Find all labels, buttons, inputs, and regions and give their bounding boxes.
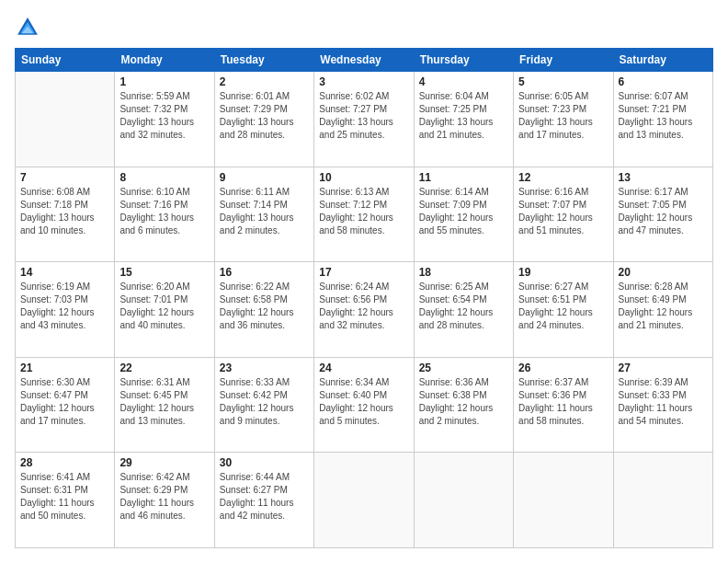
logo: [15, 15, 44, 40]
calendar-cell: 10Sunrise: 6:13 AMSunset: 7:12 PMDayligh…: [314, 167, 414, 262]
day-header-monday: Monday: [115, 49, 214, 72]
day-info: and 43 minutes.: [20, 319, 109, 332]
day-info: Sunrise: 6:34 AM: [319, 376, 408, 389]
day-number: 22: [119, 362, 209, 374]
day-header-friday: Friday: [514, 49, 613, 72]
day-info: Sunset: 7:12 PM: [319, 199, 408, 212]
day-info: Daylight: 12 hours: [119, 306, 209, 319]
day-info: Daylight: 13 hours: [119, 116, 209, 129]
day-info: and 25 minutes.: [319, 129, 408, 142]
day-info: Daylight: 13 hours: [419, 116, 508, 129]
day-number: 9: [220, 171, 309, 184]
calendar-cell: [514, 453, 613, 548]
day-info: Sunrise: 6:07 AM: [619, 90, 708, 103]
day-info: Sunrise: 6:13 AM: [319, 186, 408, 199]
day-info: Sunrise: 6:11 AM: [220, 186, 309, 199]
day-info: Daylight: 11 hours: [220, 497, 309, 510]
day-info: Sunset: 6:54 PM: [419, 293, 508, 306]
day-header-wednesday: Wednesday: [314, 49, 414, 72]
day-info: Daylight: 12 hours: [419, 306, 508, 319]
day-info: Sunset: 6:27 PM: [220, 484, 309, 497]
day-info: Sunrise: 6:05 AM: [518, 90, 608, 103]
day-info: Daylight: 13 hours: [119, 212, 209, 224]
day-info: Daylight: 13 hours: [20, 212, 109, 224]
day-header-thursday: Thursday: [414, 49, 513, 72]
day-info: Sunrise: 6:19 AM: [20, 281, 109, 293]
day-number: 6: [619, 75, 708, 88]
day-info: Daylight: 13 hours: [619, 116, 708, 129]
day-number: 20: [619, 266, 708, 279]
day-info: Sunrise: 6:37 AM: [518, 376, 608, 389]
calendar-cell: 19Sunrise: 6:27 AMSunset: 6:51 PMDayligh…: [514, 262, 613, 358]
day-info: and 32 minutes.: [319, 319, 408, 332]
day-number: 16: [220, 266, 309, 279]
calendar-table: SundayMondayTuesdayWednesdayThursdayFrid…: [15, 48, 713, 548]
day-number: 2: [220, 75, 309, 88]
calendar-cell: 25Sunrise: 6:36 AMSunset: 6:38 PMDayligh…: [414, 357, 513, 453]
day-info: Sunrise: 6:28 AM: [619, 281, 708, 293]
day-info: Sunset: 6:49 PM: [619, 293, 708, 306]
day-info: Daylight: 12 hours: [220, 306, 309, 319]
day-info: and 2 minutes.: [220, 224, 309, 237]
day-info: Daylight: 12 hours: [20, 306, 109, 319]
day-info: Daylight: 12 hours: [319, 402, 408, 415]
day-number: 19: [518, 266, 608, 279]
day-info: Daylight: 13 hours: [220, 212, 309, 224]
calendar-cell: [314, 453, 414, 548]
day-info: Sunrise: 6:01 AM: [220, 90, 309, 103]
day-info: and 36 minutes.: [220, 319, 309, 332]
day-info: Sunset: 7:16 PM: [119, 199, 209, 212]
day-info: and 28 minutes.: [220, 129, 309, 142]
day-info: Sunrise: 6:20 AM: [119, 281, 209, 293]
day-number: 1: [119, 75, 209, 88]
day-info: Sunrise: 6:25 AM: [419, 281, 508, 293]
calendar-cell: 12Sunrise: 6:16 AMSunset: 7:07 PMDayligh…: [514, 167, 613, 262]
day-info: and 5 minutes.: [319, 415, 408, 428]
day-info: and 2 minutes.: [419, 415, 508, 428]
day-info: Sunset: 7:09 PM: [419, 199, 508, 212]
day-info: Daylight: 12 hours: [20, 402, 109, 415]
day-info: Sunset: 6:29 PM: [119, 484, 209, 497]
calendar-cell: 26Sunrise: 6:37 AMSunset: 6:36 PMDayligh…: [514, 357, 613, 453]
day-info: Sunrise: 6:31 AM: [119, 376, 209, 389]
calendar-cell: 22Sunrise: 6:31 AMSunset: 6:45 PMDayligh…: [115, 357, 214, 453]
day-info: Sunset: 6:56 PM: [319, 293, 408, 306]
day-info: Sunrise: 6:41 AM: [20, 471, 109, 484]
calendar-cell: 14Sunrise: 6:19 AMSunset: 7:03 PMDayligh…: [16, 262, 115, 358]
day-info: Daylight: 12 hours: [119, 402, 209, 415]
day-info: and 13 minutes.: [119, 415, 209, 428]
day-info: Sunrise: 6:08 AM: [20, 186, 109, 199]
day-info: Sunrise: 6:39 AM: [619, 376, 708, 389]
day-info: Sunset: 6:47 PM: [20, 389, 109, 402]
day-info: Sunset: 6:58 PM: [220, 293, 309, 306]
day-info: Sunrise: 6:10 AM: [119, 186, 209, 199]
day-info: Sunset: 7:07 PM: [518, 199, 608, 212]
calendar-cell: 2Sunrise: 6:01 AMSunset: 7:29 PMDaylight…: [214, 72, 313, 167]
day-info: Sunrise: 6:44 AM: [220, 471, 309, 484]
day-info: and 40 minutes.: [119, 319, 209, 332]
day-info: and 47 minutes.: [619, 224, 708, 237]
calendar-cell: 5Sunrise: 6:05 AMSunset: 7:23 PMDaylight…: [514, 72, 613, 167]
day-info: and 46 minutes.: [119, 510, 209, 523]
day-info: Daylight: 12 hours: [518, 212, 608, 224]
day-info: Sunset: 6:42 PM: [220, 389, 309, 402]
calendar-week-row: 28Sunrise: 6:41 AMSunset: 6:31 PMDayligh…: [16, 453, 713, 548]
day-info: Daylight: 13 hours: [518, 116, 608, 129]
day-info: Daylight: 12 hours: [220, 402, 309, 415]
day-info: Daylight: 12 hours: [619, 212, 708, 224]
calendar-cell: 27Sunrise: 6:39 AMSunset: 6:33 PMDayligh…: [613, 357, 712, 453]
day-info: and 58 minutes.: [319, 224, 408, 237]
day-number: 12: [518, 171, 608, 184]
day-info: and 24 minutes.: [518, 319, 608, 332]
day-info: Sunset: 6:31 PM: [20, 484, 109, 497]
day-info: Sunrise: 6:30 AM: [20, 376, 109, 389]
day-number: 7: [20, 171, 109, 184]
day-info: and 21 minutes.: [419, 129, 508, 142]
calendar-cell: 1Sunrise: 5:59 AMSunset: 7:32 PMDaylight…: [115, 72, 214, 167]
day-number: 26: [518, 362, 608, 374]
calendar-cell: 24Sunrise: 6:34 AMSunset: 6:40 PMDayligh…: [314, 357, 414, 453]
day-info: and 51 minutes.: [518, 224, 608, 237]
day-info: and 54 minutes.: [619, 415, 708, 428]
day-info: Sunrise: 6:16 AM: [518, 186, 608, 199]
header: [15, 15, 713, 40]
